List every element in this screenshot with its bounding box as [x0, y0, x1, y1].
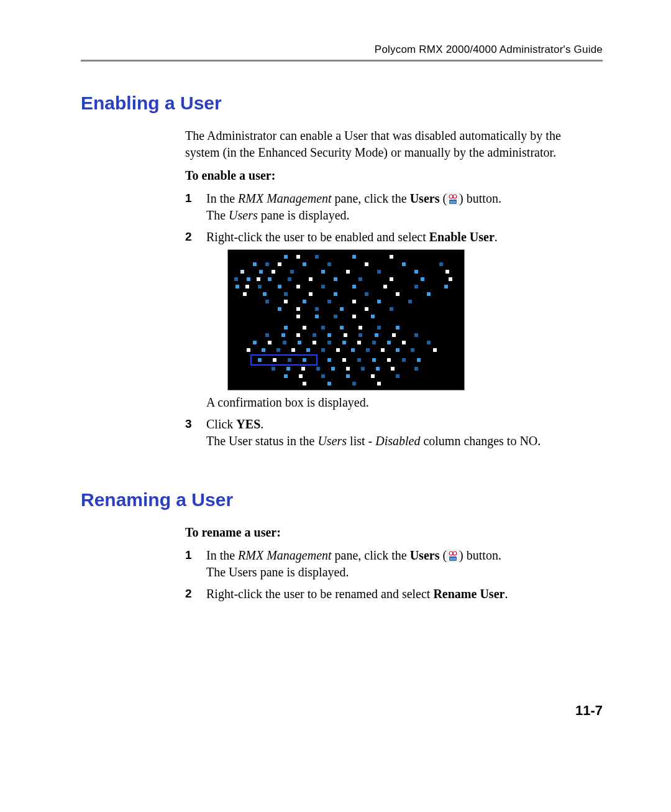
text-bold: Users	[410, 191, 440, 205]
text-italic: Users	[317, 434, 347, 448]
section-heading-enabling: Enabling a User	[81, 93, 603, 114]
enabling-step-3: 3 Click YES. The User status in the User…	[185, 416, 595, 450]
text: pane is displayed.	[258, 208, 350, 222]
text-italic: RMX Management	[238, 191, 332, 205]
text: .	[260, 417, 263, 431]
text: Right-click the user to be renamed and s…	[206, 587, 433, 601]
header-rule	[81, 60, 603, 62]
text: In the	[206, 548, 238, 562]
running-head: Polycom RMX 2000/4000 Administrator's Gu…	[81, 44, 603, 56]
text: pane, click the	[332, 191, 410, 205]
step-number: 2	[185, 586, 192, 602]
text: Click	[206, 417, 236, 431]
renaming-step-1: 1 In the RMX Management pane, click the …	[185, 547, 595, 581]
text: A confirmation box is displayed.	[206, 395, 369, 409]
enabling-steps: 1 In the RMX Management pane, click the …	[185, 190, 595, 450]
text: .	[504, 587, 508, 601]
users-icon	[447, 550, 459, 562]
step-number: 3	[185, 416, 192, 432]
text-italic: Users	[229, 208, 258, 222]
enabling-body: The Administrator can enable a User that…	[185, 127, 595, 450]
step-number: 2	[185, 229, 192, 245]
text: In the	[206, 191, 238, 205]
text: (	[439, 191, 447, 205]
section-heading-renaming: Renaming a User	[81, 489, 603, 510]
text-bold: YES	[236, 417, 260, 431]
text: The Users pane is displayed.	[206, 565, 349, 579]
enabling-intro: The Administrator can enable a User that…	[185, 127, 595, 161]
page: Polycom RMX 2000/4000 Administrator's Gu…	[0, 0, 671, 812]
page-number: 11-7	[575, 703, 603, 719]
step-number: 1	[185, 190, 192, 206]
renaming-body: To rename a user: 1 In the RMX Managemen…	[185, 524, 595, 602]
renaming-subhead: To rename a user:	[185, 524, 595, 541]
text: ) button.	[459, 548, 501, 562]
text: .	[495, 230, 498, 244]
text-italic: RMX Management	[238, 548, 332, 562]
text-italic: Disabled	[375, 434, 420, 448]
step-number: 1	[185, 547, 192, 563]
enabling-subhead: To enable a user:	[185, 167, 595, 184]
text-bold: Rename User	[433, 587, 504, 601]
text: pane, click the	[332, 548, 410, 562]
text: (	[439, 548, 447, 562]
text: ) button.	[459, 191, 501, 205]
enabling-step-1: 1 In the RMX Management pane, click the …	[185, 190, 595, 224]
text: column changes to NO.	[420, 434, 541, 448]
screenshot-enable-user	[227, 249, 465, 390]
renaming-steps: 1 In the RMX Management pane, click the …	[185, 547, 595, 602]
text: The	[206, 208, 229, 222]
text-bold: Users	[410, 548, 440, 562]
text: Right-click the user to be enabled and s…	[206, 230, 429, 244]
text-bold: Enable User	[429, 230, 495, 244]
renaming-step-2: 2 Right-click the user to be renamed and…	[185, 586, 595, 602]
users-icon	[447, 193, 459, 205]
text: The User status in the	[206, 434, 317, 448]
enabling-step-2: 2 Right-click the user to be enabled and…	[185, 229, 595, 411]
text: list -	[347, 434, 375, 448]
